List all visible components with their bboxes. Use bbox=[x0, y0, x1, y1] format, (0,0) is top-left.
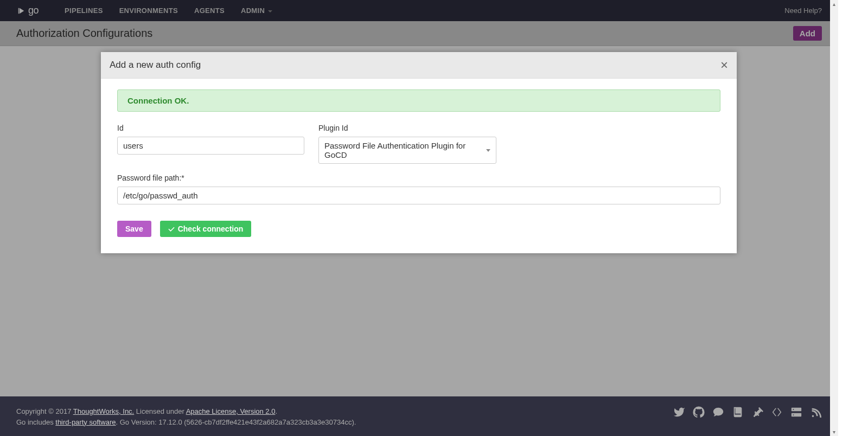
page-header: Authorization Configurations Add bbox=[0, 21, 838, 46]
nav-environments[interactable]: ENVIRONMENTS bbox=[119, 7, 178, 15]
auth-config-modal: Add a new auth config × Connection OK. I… bbox=[101, 52, 737, 253]
footer-period: . bbox=[275, 407, 277, 415]
save-button[interactable]: Save bbox=[117, 221, 151, 237]
nav-items: PIPELINES ENVIRONMENTS AGENTS ADMIN bbox=[65, 7, 272, 15]
book-icon[interactable] bbox=[732, 406, 744, 418]
third-party-link[interactable]: third-party software bbox=[55, 418, 116, 426]
plugin-id-value: Password File Authentication Plugin for … bbox=[324, 141, 486, 159]
svg-point-3 bbox=[793, 414, 794, 415]
rss-icon[interactable] bbox=[810, 406, 822, 418]
logo-text: go bbox=[28, 5, 39, 16]
check-icon bbox=[168, 226, 175, 232]
top-nav: go PIPELINES ENVIRONMENTS AGENTS ADMIN N… bbox=[0, 0, 838, 21]
footer-copyright: Copyright © 2017 bbox=[16, 407, 73, 415]
modal-body: Connection OK. Id Plugin Id Password Fil… bbox=[101, 79, 737, 253]
add-button[interactable]: Add bbox=[793, 26, 822, 41]
thoughtworks-link[interactable]: ThoughtWorks, Inc. bbox=[73, 407, 134, 415]
page-title: Authorization Configurations bbox=[16, 27, 152, 40]
server-icon[interactable] bbox=[790, 406, 802, 418]
id-input[interactable] bbox=[117, 137, 304, 155]
svg-point-2 bbox=[793, 409, 794, 410]
twitter-icon[interactable] bbox=[673, 406, 685, 418]
footer: Copyright © 2017 ThoughtWorks, Inc. Lice… bbox=[0, 396, 838, 436]
footer-text: Copyright © 2017 ThoughtWorks, Inc. Lice… bbox=[16, 406, 356, 427]
need-help-link[interactable]: Need Help? bbox=[784, 7, 822, 15]
browser-scrollbar[interactable]: ▴ ▾ bbox=[830, 0, 838, 436]
chevron-down-icon bbox=[486, 149, 490, 152]
modal-title: Add a new auth config bbox=[110, 60, 201, 70]
footer-version: . Go Version: 17.12.0 (5626-cb7df2ffe421… bbox=[116, 418, 356, 426]
scroll-down-icon[interactable]: ▾ bbox=[830, 428, 838, 436]
id-label: Id bbox=[117, 124, 304, 132]
logo-icon bbox=[16, 6, 26, 16]
logo[interactable]: go bbox=[16, 5, 39, 16]
password-path-label: Password file path:* bbox=[117, 174, 720, 182]
close-icon[interactable]: × bbox=[720, 59, 728, 72]
chat-icon[interactable] bbox=[712, 406, 724, 418]
alert-success: Connection OK. bbox=[117, 89, 720, 112]
modal-header: Add a new auth config × bbox=[101, 52, 737, 79]
scroll-up-icon[interactable]: ▴ bbox=[830, 0, 838, 8]
nav-admin[interactable]: ADMIN bbox=[241, 7, 272, 15]
footer-includes: Go includes bbox=[16, 418, 55, 426]
footer-licensed: Licensed under bbox=[134, 407, 186, 415]
plugin-id-label: Plugin Id bbox=[318, 124, 496, 132]
github-icon[interactable] bbox=[693, 406, 705, 418]
check-connection-button[interactable]: Check connection bbox=[160, 221, 252, 237]
plugin-id-select[interactable]: Password File Authentication Plugin for … bbox=[318, 137, 496, 164]
check-connection-label: Check connection bbox=[178, 225, 244, 233]
plugin-icon[interactable] bbox=[751, 406, 763, 418]
nav-agents[interactable]: AGENTS bbox=[194, 7, 225, 15]
api-icon[interactable] bbox=[771, 406, 783, 418]
nav-pipelines[interactable]: PIPELINES bbox=[65, 7, 103, 15]
footer-icons bbox=[673, 406, 822, 418]
password-path-input[interactable] bbox=[117, 187, 720, 204]
apache-license-link[interactable]: Apache License, Version 2.0 bbox=[186, 407, 276, 415]
